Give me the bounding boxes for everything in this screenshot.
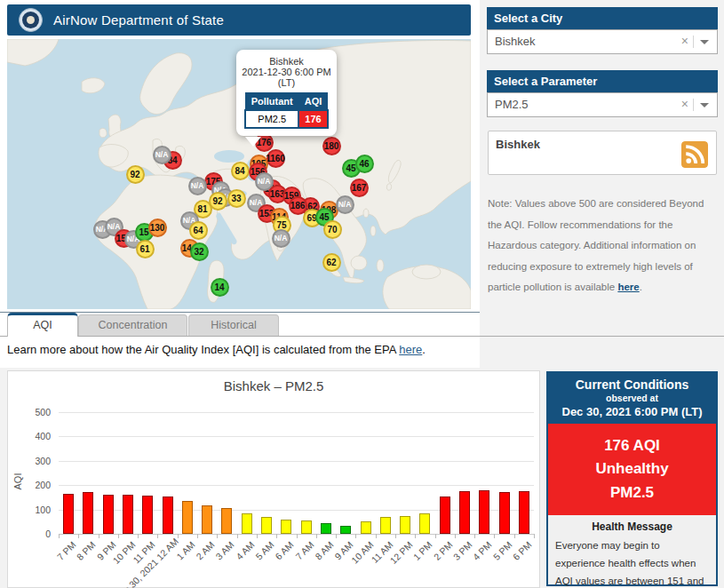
popup-aqi-value: 176 [298,110,328,128]
chart-bar[interactable] [202,505,212,534]
chart-bar[interactable] [281,520,291,534]
health-message-section: Health Message Everyone may begin to exp… [548,515,716,588]
tab-strip-underline [0,336,724,337]
map-marker[interactable]: 1160 [267,149,285,168]
map-marker[interactable]: 14 [211,278,229,297]
chart-bar[interactable] [479,490,489,534]
map-marker[interactable]: 180 [322,137,341,155]
parameter-clear-icon[interactable]: × [681,97,688,111]
y-tick-label: 200 [22,480,51,490]
x-tick [435,534,436,538]
gridline [59,412,534,413]
x-tick [376,534,377,538]
chart-bar[interactable] [123,495,133,534]
map-marker[interactable]: N/A [188,177,207,195]
select-city-header: Select a City [487,7,718,29]
map-marker[interactable]: 84 [231,162,250,180]
popup-city: Bishkek [242,56,331,67]
chart-bar[interactable] [321,523,331,534]
x-tick [415,534,416,538]
map-marker[interactable]: 33 [227,189,246,208]
city-clear-icon[interactable]: × [681,34,688,48]
chart-bar[interactable] [301,520,312,534]
map-marker[interactable]: 70 [323,220,342,239]
aqi-pollutant-line: PM2.5 [550,481,714,505]
note-here-link[interactable]: here [617,282,639,292]
map-marker[interactable]: 167 [350,179,369,197]
divider [693,36,694,48]
chart-bar[interactable] [361,521,371,534]
aqi-world-map[interactable]: 84N/A9284175N/AN/AN/A923381N/AN/AN/A151N… [7,39,471,309]
divider [693,99,694,111]
city-select-value: Bishkek [495,30,536,53]
map-marker[interactable]: N/A [336,195,354,214]
map-marker[interactable]: 64 [189,221,208,240]
chart-bar[interactable] [261,517,272,534]
x-tick [257,534,258,538]
current-conditions-panel: Current Conditions observed at Dec 30, 2… [546,371,718,586]
chart-bar[interactable] [142,496,153,534]
map-marker[interactable]: N/A [272,229,290,248]
chart-bar[interactable] [83,492,93,534]
x-tick [178,534,179,538]
y-tick-label: 300 [22,456,51,466]
chart-bar[interactable] [182,501,193,534]
chart-bar[interactable] [440,497,450,534]
chart-bar[interactable] [419,513,430,534]
chart-bar[interactable] [63,494,74,534]
gridline [59,485,534,486]
chevron-down-icon[interactable] [700,40,709,44]
y-tick-label: 500 [22,407,51,417]
health-message-title: Health Message [555,520,709,533]
city-select[interactable]: Bishkek × [487,29,718,54]
x-tick [395,534,396,538]
map-marker[interactable]: N/A [153,146,171,164]
aqi-category-line: Unhealthy [550,457,714,481]
chart-bar[interactable] [103,495,114,534]
chevron-down-icon[interactable] [700,103,709,107]
tab-concentration[interactable]: Concentration [78,314,187,336]
chart-bar[interactable] [340,526,351,534]
chart-bar[interactable] [380,517,391,534]
current-conditions-header: Current Conditions observed at Dec 30, 2… [548,373,716,424]
chart-bar[interactable] [499,492,510,534]
chart-bar[interactable] [163,497,173,534]
learn-more-text: Learn more about how the Air Quality Ind… [7,343,426,356]
x-tick [494,534,495,538]
aqi-value-line: 176 AQI [550,434,714,457]
x-tick [217,534,218,538]
y-tick-label: 0 [22,528,51,539]
x-tick [514,534,515,538]
chart-bar[interactable] [242,513,252,534]
epa-here-link[interactable]: here [399,343,422,356]
x-tick [276,534,277,538]
page-title: AirNow Department of State [53,4,224,36]
x-tick [336,534,337,538]
aqi-chart-panel: Bishkek – PM2.5 AQI 01002003004005007 PM… [7,370,540,588]
chart-title: Bishkek – PM2.5 [8,378,539,393]
note-prefix: Note: Values above 500 are considered Be… [488,198,704,292]
note-suffix: . [640,282,642,292]
popup-pointer [245,137,261,147]
app-header: AirNow Department of State [7,4,471,36]
map-marker[interactable]: 32 [190,242,209,261]
chart-bar[interactable] [519,491,529,534]
map-marker[interactable]: 61 [136,240,155,258]
y-tick-label: 400 [22,431,51,441]
tab-aqi[interactable]: AQI [7,313,78,337]
learn-more-prefix: Learn more about how the Air Quality Ind… [7,343,399,356]
chart-bar[interactable] [459,491,470,534]
parameter-select[interactable]: PM2.5 × [487,92,718,117]
rss-icon[interactable] [681,141,708,168]
map-marker[interactable]: 46 [355,155,374,173]
popup-aqi-header: AQI [298,93,328,111]
map-marker[interactable]: 62 [322,253,341,272]
map-marker[interactable]: 130 [148,219,167,237]
select-parameter-header: Select a Parameter [487,70,718,92]
map-marker[interactable]: 92 [126,165,145,184]
chart-bar[interactable] [221,508,232,534]
map-popup: Bishkek 2021-12-30 6:00 PM (LT) Pollutan… [236,50,337,136]
tab-historical[interactable]: Historical [188,314,279,336]
chart-bar[interactable] [400,516,410,534]
observed-date: Dec 30, 2021 6:00 PM (LT) [550,405,714,418]
